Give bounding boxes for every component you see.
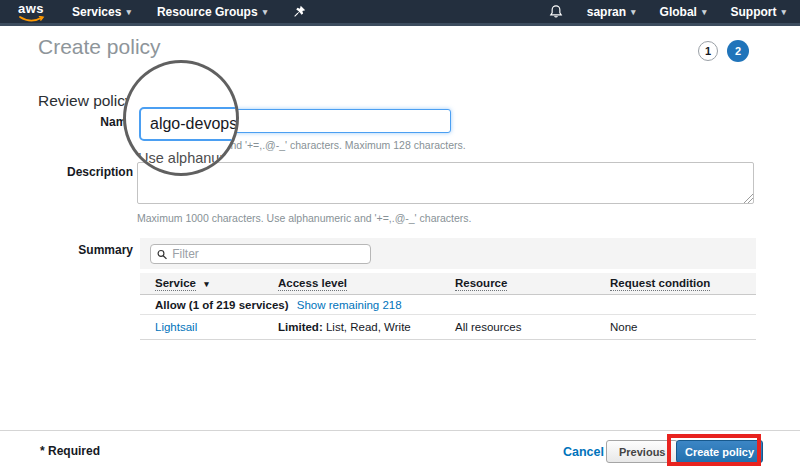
nav-services-menu[interactable]: Services ▾ [72,5,131,19]
summary-filter-panel [140,238,756,269]
wizard-step-2-active[interactable]: 2 [727,40,749,62]
top-navbar: aws Services ▾ Resource Groups ▾ [0,0,800,26]
chevron-down-icon: ▾ [126,7,131,17]
filter-searchbox[interactable] [150,244,371,264]
nav-account-menu[interactable]: sapran ▾ [587,5,636,19]
column-header-service[interactable]: Service ▾ [155,277,209,289]
aws-logo[interactable]: aws [18,2,48,22]
magnified-name-text: algo-devops [150,115,237,133]
summary-table-header: Service ▾ Access level Resource Request … [140,273,756,295]
previous-button[interactable]: Previous [606,440,678,463]
nav-resource-groups-label: Resource Groups [157,5,258,19]
chevron-down-icon: ▾ [263,7,268,17]
resource-cell: All resources [455,315,521,340]
notifications-button[interactable] [549,4,563,19]
access-level-prefix: Limited: [278,321,323,333]
textarea-resize-handle[interactable] [744,194,753,203]
summary-label: Summary [28,243,133,257]
section-title: Review policy [38,92,133,110]
policy-description-textarea[interactable] [137,162,754,204]
navbar-right-group: sapran ▾ Global ▾ Support ▾ [525,4,786,19]
chevron-down-icon: ▾ [702,7,707,17]
description-label: Description [28,165,133,179]
nav-support-menu[interactable]: Support ▾ [730,5,786,19]
service-link[interactable]: Lightsail [155,315,197,340]
search-icon [157,249,167,260]
cancel-link[interactable]: Cancel [563,445,604,459]
nav-support-label: Support [730,5,776,19]
pin-shortcut-icon[interactable] [293,5,306,18]
aws-logo-text: aws [18,2,48,16]
column-header-access-level[interactable]: Access level [278,277,347,289]
required-note: * Required [40,444,100,458]
nav-account-label: sapran [587,5,626,19]
aws-smile-icon [18,16,46,23]
sort-caret-icon: ▾ [204,279,209,289]
access-level-detail: List, Read, Write [323,321,411,333]
wizard-step-1[interactable]: 1 [698,41,718,61]
nav-region-label: Global [660,5,697,19]
create-policy-button[interactable]: Create policy [676,440,763,463]
chevron-down-icon: ▾ [781,7,786,17]
allow-services-count: Allow (1 of 219 services) [155,299,289,311]
magnifier-annotation: algo-devops Use alphanumeric [123,60,239,176]
filter-input[interactable] [172,247,364,261]
chevron-down-icon: ▾ [631,7,636,17]
pin-icon [293,5,306,18]
table-row: Lightsail Limited: List, Read, Write All… [140,315,756,340]
page-title: Create policy [38,35,161,59]
request-condition-cell: None [610,315,638,340]
nav-services-label: Services [72,5,121,19]
nav-region-menu[interactable]: Global ▾ [660,5,707,19]
column-header-resource[interactable]: Resource [455,277,507,289]
access-level-cell: Limited: List, Read, Write [278,315,411,340]
nav-resource-groups-menu[interactable]: Resource Groups ▾ [157,5,267,19]
column-header-request-condition[interactable]: Request condition [610,277,710,289]
aws-console-screen: aws Services ▾ Resource Groups ▾ [0,0,800,467]
show-remaining-link[interactable]: Show remaining 218 [297,299,402,311]
name-label: Name [28,115,133,129]
bell-icon [549,4,563,19]
table-group-row: Allow (1 of 219 services) Show remaining… [140,295,756,315]
magnified-name-input: algo-devops [139,107,239,141]
description-helper-text: Maximum 1000 characters. Use alphanumeri… [137,212,471,224]
